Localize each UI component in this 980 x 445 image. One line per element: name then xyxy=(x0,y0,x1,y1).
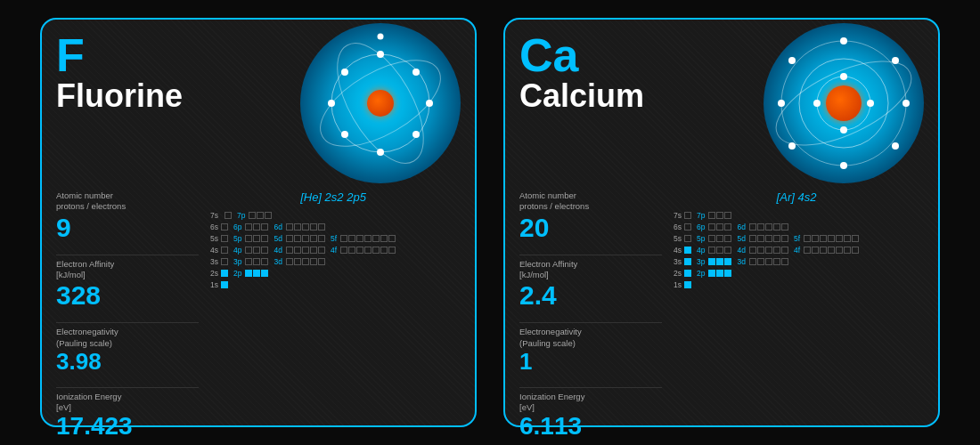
fluorine-atom-visual xyxy=(300,23,461,183)
fluorine-ea-block: Electron Affinity[kJ/mol] 328 xyxy=(56,259,199,311)
fluorine-orbital-grid: 7s 7p 6s 6p 6d 5s xyxy=(206,211,461,289)
calcium-config: [Ar] 4s2 xyxy=(669,190,924,204)
fluorine-ie-label: Ionization Energy[eV] xyxy=(56,392,199,414)
orbital-row-1: 1s xyxy=(206,280,461,289)
calcium-ie-block: Ionization Energy[eV] 6.113 xyxy=(519,392,662,441)
orbital-row-2: 2s 2p xyxy=(206,269,461,278)
calcium-ie-value: 6.113 xyxy=(519,413,662,441)
calcium-card-top: Ca Calcium xyxy=(519,32,924,183)
svg-point-22 xyxy=(840,162,847,169)
fluorine-en-value: 3.98 xyxy=(56,349,199,375)
calcium-ea-value: 2.4 xyxy=(519,280,662,310)
calcium-ie-label: Ionization Energy[eV] xyxy=(519,392,662,414)
svg-point-10 xyxy=(341,69,348,76)
calcium-card-mid: Atomic numberprotons / electrons 20 Elec… xyxy=(519,190,924,445)
calcium-card: Ca Calcium xyxy=(503,18,940,427)
svg-point-24 xyxy=(892,57,899,64)
fluorine-card: F Fluorine xyxy=(40,18,477,427)
svg-point-21 xyxy=(902,100,910,107)
svg-point-6 xyxy=(328,100,335,107)
calcium-name: Calcium xyxy=(519,80,644,112)
fluorine-config: [He] 2s2 2p5 xyxy=(206,190,461,204)
svg-point-17 xyxy=(840,126,847,134)
fluorine-ea-label: Electron Affinity[kJ/mol] xyxy=(56,259,199,281)
svg-point-19 xyxy=(867,100,874,107)
svg-point-18 xyxy=(813,100,821,107)
orbital-row-7: 7s 7p xyxy=(206,211,461,220)
svg-point-11 xyxy=(378,34,384,40)
svg-point-20 xyxy=(840,37,847,44)
fluorine-symbol-block: F Fluorine xyxy=(56,32,183,112)
fluorine-atomic-number-block: Atomic numberprotons / electrons 9 xyxy=(56,190,199,242)
fluorine-name: Fluorine xyxy=(56,80,183,112)
calcium-atom-visual xyxy=(764,23,924,183)
ca-orbital-row-1: 1s xyxy=(669,280,924,289)
calcium-ea-block: Electron Affinity[kJ/mol] 2.4 xyxy=(519,259,662,311)
ca-orbital-row-6: 6s 6p 6d xyxy=(669,222,924,231)
ca-orbital-row-5: 5s 5p 5d 5f xyxy=(669,234,924,243)
svg-point-23 xyxy=(778,100,785,107)
svg-point-3 xyxy=(377,51,384,58)
fluorine-ie-value: 17.423 xyxy=(56,413,199,441)
svg-point-7 xyxy=(412,69,420,76)
fluorine-en-label: Electronegativity(Pauling scale) xyxy=(56,327,199,349)
fluorine-atomic-value: 9 xyxy=(56,213,199,242)
orbital-row-3: 3s 3p 3d xyxy=(206,257,461,266)
svg-point-26 xyxy=(892,142,899,150)
calcium-symbol-block: Ca Calcium xyxy=(519,32,644,112)
calcium-en-block: Electronegativity(Pauling scale) 1 xyxy=(519,327,662,374)
svg-point-27 xyxy=(788,57,796,64)
fluorine-card-top: F Fluorine xyxy=(56,32,461,183)
ca-orbital-row-7: 7s 7p xyxy=(669,211,924,220)
fluorine-symbol: F xyxy=(56,32,183,78)
fluorine-ie-block: Ionization Energy[eV] 17.423 xyxy=(56,392,199,441)
svg-point-4 xyxy=(426,100,433,107)
orbital-row-5: 5s 5p 5d 5f xyxy=(206,234,461,243)
svg-point-9 xyxy=(412,131,420,138)
fluorine-ea-value: 328 xyxy=(56,280,199,310)
calcium-atomic-label: Atomic numberprotons / electrons xyxy=(519,190,662,213)
calcium-en-label: Electronegativity(Pauling scale) xyxy=(519,327,662,349)
calcium-orbital-grid: 7s 7p 6s 6p 6d 5s 5p xyxy=(669,211,924,289)
calcium-right-info: [Ar] 4s2 7s 7p 6s 6p 6d xyxy=(669,190,924,445)
fluorine-left-stats: Atomic numberprotons / electrons 9 Elect… xyxy=(56,190,199,445)
svg-point-5 xyxy=(377,149,384,156)
calcium-atomic-value: 20 xyxy=(519,213,662,242)
ca-orbital-row-3: 3s 3p 3d xyxy=(669,257,924,266)
fluorine-en-block: Electronegativity(Pauling scale) 3.98 xyxy=(56,327,199,374)
fluorine-atomic-label: Atomic numberprotons / electrons xyxy=(56,190,199,213)
fluorine-nucleus xyxy=(367,90,394,117)
svg-point-16 xyxy=(840,73,847,80)
orbital-row-4: 4s 4p 4d 4f xyxy=(206,246,461,255)
calcium-ea-label: Electron Affinity[kJ/mol] xyxy=(519,259,662,281)
fluorine-right-info: [He] 2s2 2p5 7s 7p 6s 6p 6d xyxy=(206,190,461,445)
calcium-atomic-number-block: Atomic numberprotons / electrons 20 xyxy=(519,190,662,242)
svg-point-8 xyxy=(341,131,348,138)
calcium-nucleus xyxy=(826,85,862,121)
ca-orbital-row-4: 4s 4p 4d 4f xyxy=(669,246,924,255)
svg-point-25 xyxy=(788,142,796,150)
calcium-en-value: 1 xyxy=(519,349,662,375)
calcium-left-stats: Atomic numberprotons / electrons 20 Elec… xyxy=(519,190,662,445)
orbital-row-6: 6s 6p 6d xyxy=(206,222,461,231)
calcium-symbol: Ca xyxy=(519,32,644,78)
fluorine-card-mid: Atomic numberprotons / electrons 9 Elect… xyxy=(56,190,461,445)
ca-orbital-row-2: 2s 2p xyxy=(669,269,924,278)
